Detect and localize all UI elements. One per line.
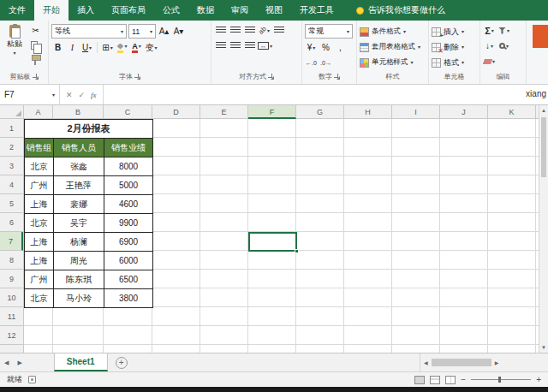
horizontal-scrollbar[interactable]: ◀ ▶: [420, 353, 548, 371]
table-cell[interactable]: 马小玲: [54, 289, 104, 308]
cell-styles-button[interactable]: 单元格样式▾: [360, 55, 426, 70]
format-as-table-button[interactable]: 套用表格格式▾: [360, 39, 426, 55]
column-header-K[interactable]: K: [488, 105, 536, 119]
formula-input[interactable]: [104, 85, 548, 104]
column-header-J[interactable]: J: [440, 105, 488, 119]
name-box[interactable]: F7 ▾: [0, 85, 60, 104]
bottom-align-button[interactable]: [243, 24, 256, 37]
ribbon-tab-开始[interactable]: 开始: [34, 0, 68, 21]
sheet-tab-Sheet1[interactable]: Sheet1: [54, 353, 108, 371]
font-name-select[interactable]: 等线▾: [51, 24, 127, 39]
ribbon-tab-开发工具[interactable]: 开发工具: [291, 0, 342, 21]
table-cell[interactable]: 4600: [104, 195, 153, 214]
hscroll-left-icon[interactable]: ◀: [422, 359, 430, 365]
row-header-5[interactable]: 5: [0, 194, 23, 213]
clear-button[interactable]: ▾: [483, 55, 496, 68]
top-align-button[interactable]: [214, 24, 227, 37]
table-cell[interactable]: 6500: [104, 270, 153, 289]
bold-button[interactable]: B: [51, 41, 64, 54]
table-cell[interactable]: 上海: [25, 195, 54, 214]
enter-icon[interactable]: ✓: [79, 91, 86, 99]
table-title-cell[interactable]: 2月份报表: [25, 120, 153, 139]
table-cell[interactable]: 张鑫: [54, 157, 104, 176]
table-cell[interactable]: 北京: [25, 289, 54, 308]
table-cell[interactable]: 吴宇: [54, 214, 104, 233]
align-left-button[interactable]: [214, 39, 227, 52]
row-header-8[interactable]: 8: [0, 251, 23, 270]
zoom-out-button[interactable]: −: [461, 375, 466, 384]
table-cell[interactable]: 3800: [104, 289, 153, 308]
selected-cell-F7[interactable]: [248, 232, 297, 252]
column-header-H[interactable]: H: [344, 105, 392, 119]
table-cell[interactable]: 9900: [104, 214, 153, 233]
borders-button[interactable]: ⊞▾: [101, 41, 114, 54]
column-header-F[interactable]: F: [248, 105, 296, 119]
row-header-2[interactable]: 2: [0, 138, 23, 157]
comma-format-button[interactable]: ,: [334, 41, 347, 54]
font-size-select[interactable]: 11▾: [128, 24, 156, 39]
row-header-11[interactable]: 11: [0, 307, 23, 326]
row-header-10[interactable]: 10: [0, 288, 23, 307]
alignment-dialog-launcher-icon[interactable]: [268, 74, 274, 80]
sheet-nav-right-icon[interactable]: ▶: [13, 353, 26, 371]
middle-align-button[interactable]: [229, 24, 241, 37]
column-header-C[interactable]: C: [104, 105, 152, 119]
ribbon-tab-审阅[interactable]: 审阅: [223, 0, 257, 21]
table-header-cell[interactable]: 销售人员: [54, 139, 104, 157]
vscroll-down-icon[interactable]: ▼: [539, 345, 548, 350]
row-header-12[interactable]: 12: [0, 326, 23, 345]
row-header-6[interactable]: 6: [0, 213, 23, 232]
ribbon-tab-视图[interactable]: 视图: [257, 0, 291, 21]
number-format-select[interactable]: 常规▾: [305, 24, 353, 39]
table-header-cell[interactable]: 销售组: [25, 139, 54, 157]
hscroll-right-icon[interactable]: ▶: [493, 359, 501, 365]
row-header-1[interactable]: 1: [0, 119, 23, 138]
row-header-9[interactable]: 9: [0, 270, 23, 288]
cut-button[interactable]: ✂: [29, 24, 42, 37]
font-dialog-launcher-icon[interactable]: [134, 74, 140, 80]
table-cell[interactable]: 8000: [104, 157, 153, 176]
page-layout-view-button[interactable]: [430, 376, 440, 384]
insert-function-icon[interactable]: fx: [91, 91, 97, 99]
vscroll-thumb[interactable]: [541, 117, 546, 177]
select-all-button[interactable]: [0, 105, 24, 119]
table-cell[interactable]: 6900: [104, 233, 153, 252]
underline-button[interactable]: U▾: [80, 41, 93, 54]
tell-me-box[interactable]: 告诉我你想要做什么: [356, 0, 445, 21]
table-cell[interactable]: 上海: [25, 252, 54, 270]
phonetic-guide-button[interactable]: 变▾: [145, 41, 158, 54]
increase-decimal-button[interactable]: ←.0: [305, 56, 318, 69]
fill-color-button[interactable]: ▾: [116, 41, 128, 54]
table-cell[interactable]: 陈东琪: [54, 270, 104, 289]
autosum-button[interactable]: Σ▾: [483, 24, 496, 37]
row-header-3[interactable]: 3: [0, 157, 23, 175]
merge-center-button[interactable]: ↔▾: [258, 39, 272, 52]
vscroll-up-icon[interactable]: ▲: [539, 108, 548, 113]
wrap-text-button[interactable]: [272, 24, 285, 37]
sort-filter-button[interactable]: ▾: [497, 24, 510, 37]
user-avatar[interactable]: [533, 25, 548, 48]
table-cell[interactable]: 6000: [104, 252, 153, 270]
zoom-in-button[interactable]: +: [536, 375, 541, 384]
ribbon-tab-页面布局[interactable]: 页面布局: [103, 0, 154, 21]
sheet-nav-left-icon[interactable]: ◀: [0, 353, 13, 371]
ribbon-tab-插入[interactable]: 插入: [68, 0, 103, 21]
ribbon-tab-数据[interactable]: 数据: [188, 0, 223, 21]
decrease-font-size-button[interactable]: A▾: [172, 25, 185, 38]
table-cell[interactable]: 周光: [54, 252, 104, 270]
font-color-button[interactable]: A▾: [130, 41, 143, 54]
insert-cells-button[interactable]: +插入▾: [432, 24, 477, 39]
zoom-slider[interactable]: [471, 379, 531, 380]
clipboard-dialog-launcher-icon[interactable]: [33, 74, 39, 80]
fill-handle[interactable]: [295, 249, 299, 253]
fill-button[interactable]: ↓▾: [483, 39, 496, 52]
table-cell[interactable]: 上海: [25, 233, 54, 252]
format-painter-button[interactable]: [29, 53, 42, 66]
table-cell[interactable]: 北京: [25, 214, 54, 233]
orientation-button[interactable]: ab▾: [258, 24, 271, 37]
decrease-decimal-button[interactable]: .0→: [319, 56, 332, 69]
macro-record-icon[interactable]: [28, 376, 36, 383]
file-tab[interactable]: 文件: [0, 0, 34, 21]
row-header-7[interactable]: 7: [0, 232, 23, 251]
conditional-formatting-button[interactable]: 条件格式▾: [360, 24, 426, 39]
